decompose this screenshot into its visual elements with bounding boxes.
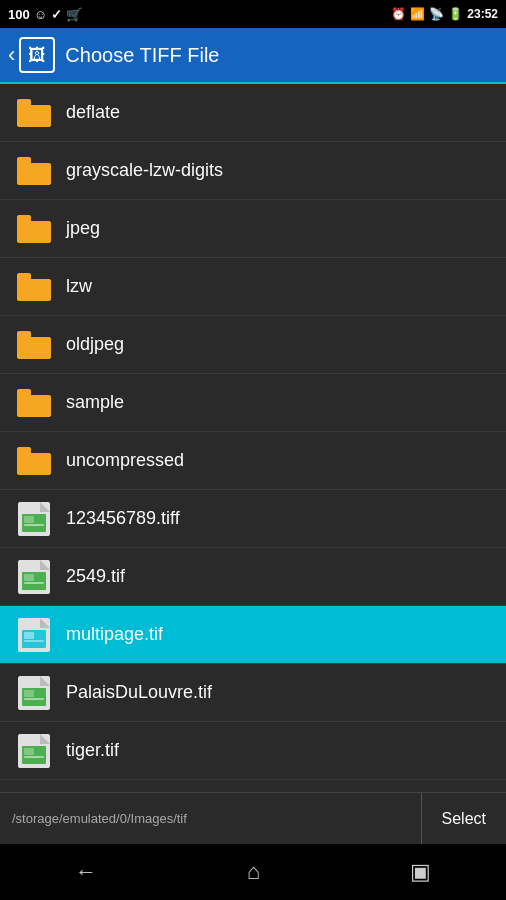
svg-rect-33 — [24, 698, 44, 700]
file-name: jpeg — [66, 218, 100, 239]
file-name: 123456789.tiff — [66, 508, 180, 529]
folder-icon — [16, 269, 52, 305]
svg-rect-23 — [24, 582, 44, 584]
list-item[interactable]: sample — [0, 374, 506, 432]
list-item[interactable]: grayscale-lzw-digits — [0, 142, 506, 200]
list-item[interactable]: deflate — [0, 84, 506, 142]
nav-bar: ← ⌂ ▣ — [0, 844, 506, 900]
svg-rect-32 — [24, 690, 34, 697]
nav-back-button[interactable]: ← — [55, 849, 117, 895]
battery-icon: 🔋 — [448, 7, 463, 21]
file-name: PalaisDuLouvre.tif — [66, 682, 212, 703]
nav-home-button[interactable]: ⌂ — [227, 849, 280, 895]
tiff-icon — [16, 501, 52, 537]
bottom-bar: /storage/emulated/0/Images/tif Select — [0, 792, 506, 844]
status-left: 100 ☺ ✓ 🛒 — [8, 7, 82, 22]
list-item[interactable]: uncompressed — [0, 432, 506, 490]
svg-rect-5 — [17, 215, 31, 225]
svg-rect-9 — [17, 331, 31, 341]
wifi-icon: 📶 — [410, 7, 425, 21]
title-bar: ‹ 🖼 Choose TIFF File — [0, 28, 506, 84]
check-icon: ✓ — [51, 7, 62, 22]
file-name: multipage.tif — [66, 624, 163, 645]
app-icon: 🖼 — [19, 37, 55, 73]
tiff-icon — [16, 733, 52, 769]
list-item[interactable]: 123456789.tiff — [0, 490, 506, 548]
smiley-icon: ☺ — [34, 7, 47, 22]
file-list: deflate grayscale-lzw-digits jpeg lzw ol… — [0, 84, 506, 792]
file-name: lzw — [66, 276, 92, 297]
svg-rect-28 — [24, 640, 44, 642]
list-item[interactable]: oldjpeg — [0, 316, 506, 374]
signal-icon: 📡 — [429, 7, 444, 21]
svg-rect-38 — [24, 756, 44, 758]
app-icon-glyph: 🖼 — [28, 45, 46, 66]
nav-recents-button[interactable]: ▣ — [390, 849, 451, 895]
folder-icon — [16, 327, 52, 363]
current-path: /storage/emulated/0/Images/tif — [0, 811, 421, 826]
folder-icon — [16, 211, 52, 247]
battery-text: 100 — [8, 7, 30, 22]
tiff-icon — [16, 617, 52, 653]
svg-rect-3 — [17, 157, 31, 167]
status-bar: 100 ☺ ✓ 🛒 ⏰ 📶 📡 🔋 23:52 — [0, 0, 506, 28]
select-button[interactable]: Select — [421, 793, 506, 845]
list-item[interactable]: 2549.tif — [0, 548, 506, 606]
back-button[interactable]: ‹ — [8, 42, 15, 68]
bag-icon: 🛒 — [66, 7, 82, 22]
list-item[interactable]: tiger.tif — [0, 722, 506, 780]
svg-rect-7 — [17, 273, 31, 283]
svg-rect-1 — [17, 99, 31, 109]
list-item[interactable]: lzw — [0, 258, 506, 316]
file-name: deflate — [66, 102, 120, 123]
svg-rect-37 — [24, 748, 34, 755]
clock: 23:52 — [467, 7, 498, 21]
svg-rect-11 — [17, 389, 31, 399]
svg-rect-18 — [24, 524, 44, 526]
list-item[interactable]: jpeg — [0, 200, 506, 258]
folder-icon — [16, 95, 52, 131]
file-name: 2549.tif — [66, 566, 125, 587]
list-item[interactable]: PalaisDuLouvre.tif — [0, 664, 506, 722]
file-name: sample — [66, 392, 124, 413]
page-title: Choose TIFF File — [65, 44, 219, 67]
folder-icon — [16, 153, 52, 189]
file-name: oldjpeg — [66, 334, 124, 355]
svg-rect-27 — [24, 632, 34, 639]
tiff-icon — [16, 675, 52, 711]
svg-rect-22 — [24, 574, 34, 581]
file-name: tiger.tif — [66, 740, 119, 761]
alarm-icon: ⏰ — [391, 7, 406, 21]
folder-icon — [16, 385, 52, 421]
status-right: ⏰ 📶 📡 🔋 23:52 — [391, 7, 498, 21]
file-name: uncompressed — [66, 450, 184, 471]
tiff-icon — [16, 559, 52, 595]
svg-rect-17 — [24, 516, 34, 523]
file-name: grayscale-lzw-digits — [66, 160, 223, 181]
folder-icon — [16, 443, 52, 479]
svg-rect-13 — [17, 447, 31, 457]
list-item[interactable]: multipage.tif — [0, 606, 506, 664]
